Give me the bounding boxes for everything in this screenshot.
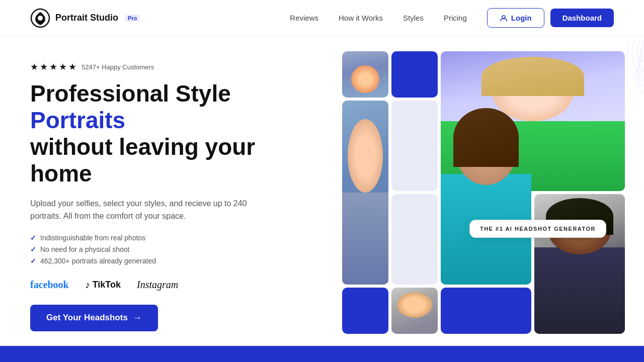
nav-pricing[interactable]: Pricing [444,14,467,22]
ai-badge: The #1 AI Headshot Generator [469,220,606,238]
feature-list: ✓ Indistinguishable from real photos ✓ N… [30,234,312,265]
check-icon-2: ✓ [30,245,36,253]
logo[interactable]: Portrait Studio Pro [30,8,139,28]
star-3: ★ [49,61,57,72]
happy-customers-text: 5247+ Happy Customers [82,63,154,71]
blue-block-bottom-mid [441,288,531,334]
instagram-logo: Instagram [137,279,178,291]
svg-point-2 [502,16,505,19]
blue-block-top [391,51,438,98]
social-logos: facebook ♪ TikTok Instagram [30,279,312,291]
nav-reviews[interactable]: Reviews [290,14,318,22]
brand-name: Portrait Studio [55,13,118,23]
star-1: ★ [30,61,38,72]
nav-how-it-works[interactable]: How it Works [339,14,383,22]
check-icon-1: ✓ [30,234,36,242]
light-block-3 [391,194,438,285]
stars-row: ★ ★ ★ ★ ★ 5247+ Happy Customers [30,61,312,72]
feature-item-2: ✓ No need for a physical shoot [30,245,312,253]
check-icon-3: ✓ [30,257,36,265]
arrow-icon: → [133,313,142,323]
photo-asian-woman-small [342,51,388,98]
nav-actions: Login Dashboard [487,8,614,28]
star-2: ★ [40,61,48,72]
tiktok-icon: ♪ [85,279,90,291]
headline-part1: Professional Style [30,80,231,107]
navbar: Portrait Studio Pro Reviews How it Works… [0,0,644,36]
dashboard-button[interactable]: Dashboard [550,9,614,27]
pro-badge: Pro [125,15,139,22]
cta-label: Get Your Headshots [46,313,128,323]
svg-point-1 [38,16,43,21]
hero-left: ★ ★ ★ ★ ★ 5247+ Happy Customers Professi… [30,56,312,346]
user-icon [500,14,508,22]
feature-item-3: ✓ 462,300+ portraits already generated [30,257,312,265]
login-button[interactable]: Login [487,8,544,28]
facebook-logo: facebook [30,279,69,291]
tiktok-logo: ♪ TikTok [85,279,121,291]
hero-headline: Professional Style Portraits without lea… [30,80,312,187]
star-4: ★ [59,61,67,72]
nav-styles[interactable]: Styles [403,14,424,22]
photo-black-man [534,194,625,334]
star-rating: ★ ★ ★ ★ ★ [30,61,76,72]
headline-part2: without leaving your home [30,134,255,187]
get-headshots-button[interactable]: Get Your Headshots → [30,305,158,331]
star-5: ★ [68,61,76,72]
nav-links: Reviews How it Works Styles Pricing [290,14,466,23]
feature-item-1: ✓ Indistinguishable from real photos [30,234,312,242]
photo-grid [342,51,629,346]
hero-section: ★ ★ ★ ★ ★ 5247+ Happy Customers Professi… [0,36,644,346]
logo-icon [30,8,50,28]
headline-blue: Portraits [30,107,125,133]
hero-subtext: Upload your selfies, select your styles,… [30,197,252,223]
blue-block-bottom-left [342,288,388,334]
bottom-bar [0,346,644,362]
light-block-1 [391,101,438,191]
photo-woman-portrait [342,101,388,285]
hero-right: The #1 AI Headshot Generator [312,56,614,346]
photo-asian-man [391,288,438,334]
